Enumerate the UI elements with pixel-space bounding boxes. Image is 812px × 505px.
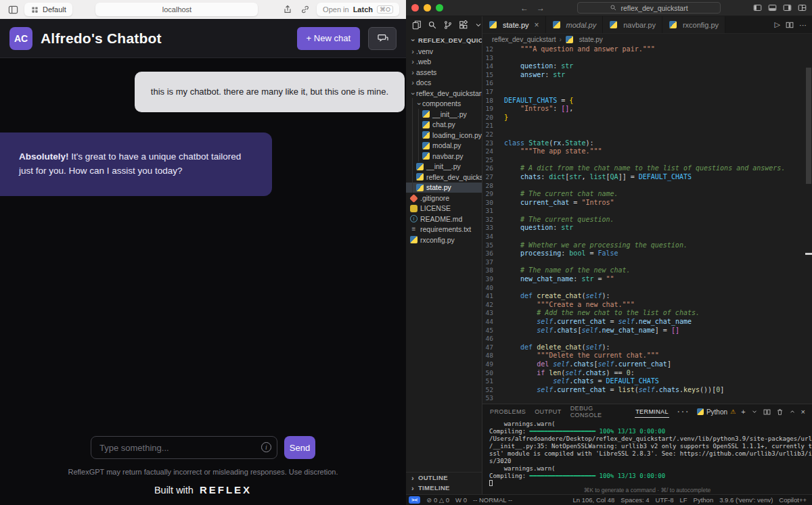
toggle-sidebar-icon[interactable] bbox=[753, 3, 762, 12]
terminal-line bbox=[489, 480, 812, 487]
breadcrumb-item[interactable]: state.py bbox=[579, 36, 603, 43]
editor-scrollbar[interactable] bbox=[805, 45, 812, 404]
code-line: 16 bbox=[482, 79, 812, 88]
python-file-icon bbox=[610, 21, 617, 28]
forward-button[interactable]: → bbox=[537, 3, 545, 13]
kill-terminal-icon[interactable] bbox=[776, 408, 784, 416]
copy-link-icon[interactable] bbox=[299, 3, 311, 16]
tree-item-gitignore[interactable]: .gitignore bbox=[406, 193, 482, 203]
tab-modal-py[interactable]: modal.py bbox=[546, 16, 604, 33]
w-indicator[interactable]: W 0 bbox=[455, 496, 467, 504]
tree-item-navbar-py[interactable]: navbar.py bbox=[406, 151, 482, 162]
terminal-line: s/3020 bbox=[489, 458, 812, 465]
scrollbar-marker bbox=[805, 253, 812, 255]
tree-item-loading-icon-py[interactable]: loading_icon.py bbox=[406, 130, 482, 141]
tree-item-docs[interactable]: ›docs bbox=[406, 78, 482, 89]
language-mode[interactable]: Python bbox=[694, 496, 714, 504]
open-in-latch-button[interactable]: Open in Latch ⌘O bbox=[317, 3, 399, 16]
sidebar-section-outline[interactable]: ›OUTLINE bbox=[406, 473, 482, 483]
tree-item-venv[interactable]: ›.venv bbox=[406, 46, 482, 57]
sidebar-bottom-sections: ›OUTLINE›TIMELINE bbox=[406, 472, 482, 494]
tabs: state.py×modal.pynavbar.pyrxconfig.py bbox=[482, 16, 725, 33]
built-with-reflex-link[interactable]: Built with REFLEX bbox=[0, 484, 406, 496]
panel-tab-debug-console[interactable]: DEBUG CONSOLE bbox=[570, 403, 628, 420]
chat-input-row: i Send bbox=[0, 436, 406, 459]
tree-item-reflex-dev-quickstart[interactable]: ›reflex_dev_quickstart bbox=[406, 88, 482, 99]
explorer-icon[interactable] bbox=[412, 20, 422, 30]
source-control-icon[interactable] bbox=[443, 20, 453, 30]
tree-item-rxconfig-py[interactable]: rxconfig.py bbox=[406, 235, 482, 245]
chatbot-app: AC Alfredo's Chatbot + New chat this is … bbox=[0, 19, 406, 505]
tree-item-modal-py[interactable]: modal.py bbox=[406, 141, 482, 151]
tree-item-init-py[interactable]: __init__.py bbox=[406, 162, 482, 172]
explorer-title: REFLEX_DEV_QUICKSTA... bbox=[418, 37, 482, 44]
maximize-panel-icon[interactable] bbox=[789, 408, 796, 415]
tree-item-state-py[interactable]: state.py bbox=[406, 183, 482, 193]
tree-item-reflex-dev-quickst[interactable]: reflex_dev_quickst... bbox=[406, 172, 482, 183]
extensions-icon[interactable] bbox=[459, 20, 468, 30]
panel-more-actions-icon[interactable]: ··· bbox=[677, 406, 690, 418]
code-line: 43 # Add the new chat to the list of cha… bbox=[482, 309, 812, 318]
panel-tab-output[interactable]: OUTPUT bbox=[534, 406, 562, 417]
code-editor[interactable]: 12 """A question and answer pair."""1314… bbox=[482, 45, 812, 404]
copilot-status[interactable]: Copilot++ bbox=[779, 496, 807, 504]
python-file-icon bbox=[416, 184, 424, 191]
panel-tab-problems[interactable]: PROBLEMS bbox=[489, 406, 526, 417]
customize-layout-icon[interactable] bbox=[798, 3, 807, 12]
terminal-output[interactable]: warnings.warn(Compiling: ━━━━━━━━━━━━━━━… bbox=[482, 419, 812, 487]
python-interpreter[interactable]: 3.9.6 ('venv': venv) bbox=[719, 496, 773, 504]
terminal-dropdown-icon[interactable] bbox=[751, 408, 758, 415]
cursor-position[interactable]: Ln 106, Col 48 bbox=[573, 496, 615, 504]
remote-indicator[interactable]: >< bbox=[409, 496, 420, 504]
encoding[interactable]: UTF-8 bbox=[656, 496, 674, 504]
chevron-down-icon[interactable] bbox=[474, 21, 482, 29]
chat-input[interactable] bbox=[91, 436, 277, 459]
tree-item-readme-md[interactable]: iREADME.md bbox=[406, 214, 482, 224]
chat-bubbles-icon bbox=[377, 33, 388, 43]
tab-navbar-py[interactable]: navbar.py bbox=[603, 16, 662, 33]
scrollbar-thumb[interactable] bbox=[806, 68, 811, 184]
tree-item-init-py[interactable]: __init__.py bbox=[406, 109, 482, 120]
panel-tab-bar: PROBLEMSOUTPUTDEBUG CONSOLETERMINAL bbox=[489, 403, 669, 420]
close-tab-icon[interactable]: × bbox=[535, 20, 539, 30]
vim-mode-indicator[interactable]: -- NORMAL -- bbox=[473, 496, 512, 504]
editor-more-actions-icon[interactable]: ··· bbox=[799, 21, 807, 29]
share-icon[interactable] bbox=[281, 3, 294, 16]
split-terminal-icon[interactable] bbox=[763, 408, 771, 416]
search-view-icon[interactable] bbox=[428, 20, 437, 30]
profile-button[interactable]: Default bbox=[24, 3, 72, 16]
breadcrumb-item[interactable]: reflex_dev_quickstart bbox=[492, 36, 556, 43]
toggle-secondary-sidebar-icon[interactable] bbox=[783, 3, 792, 12]
problems-indicator[interactable]: ⊘ 0 △ 0 bbox=[426, 496, 449, 504]
tree-item-requirements-txt[interactable]: ≡requirements.txt bbox=[406, 224, 482, 235]
tab-state-py[interactable]: state.py× bbox=[482, 16, 546, 33]
sidebar-toggle-icon[interactable] bbox=[7, 3, 19, 16]
indentation[interactable]: Spaces: 4 bbox=[621, 496, 649, 504]
send-button[interactable]: Send bbox=[284, 436, 315, 459]
tree-item-license[interactable]: LICENSE bbox=[406, 203, 482, 214]
explorer-section-header[interactable]: › REFLEX_DEV_QUICKSTA... bbox=[406, 34, 482, 46]
tree-item-components[interactable]: ›components bbox=[406, 99, 482, 110]
terminal-profile[interactable]: Python ⚠ bbox=[697, 408, 736, 416]
split-editor-icon[interactable] bbox=[786, 21, 794, 29]
toggle-panel-icon[interactable] bbox=[768, 3, 777, 12]
maximize-window-button[interactable] bbox=[436, 4, 443, 11]
minimize-window-button[interactable] bbox=[424, 4, 431, 11]
info-icon: i bbox=[261, 442, 271, 452]
back-button[interactable]: ← bbox=[520, 3, 528, 13]
eol-indicator[interactable]: LF bbox=[680, 496, 687, 504]
command-center[interactable]: reflex_dev_quickstart bbox=[577, 2, 721, 14]
url-bar[interactable]: localhost bbox=[95, 3, 258, 16]
sidebar-section-timeline[interactable]: ›TIMELINE bbox=[406, 483, 482, 493]
tree-item-web[interactable]: ›.web bbox=[406, 57, 482, 68]
panel-tab-terminal[interactable]: TERMINAL bbox=[635, 406, 669, 418]
chat-history-button[interactable] bbox=[368, 27, 397, 50]
tab-rxconfig-py[interactable]: rxconfig.py bbox=[662, 16, 725, 33]
run-python-file-icon[interactable]: ▷ bbox=[775, 20, 780, 29]
new-chat-button[interactable]: + New chat bbox=[297, 27, 360, 50]
close-panel-icon[interactable]: × bbox=[801, 408, 805, 416]
tree-item-assets[interactable]: ›assets bbox=[406, 67, 482, 78]
close-window-button[interactable] bbox=[411, 4, 419, 11]
tree-item-chat-py[interactable]: chat.py bbox=[406, 120, 482, 130]
new-terminal-icon[interactable]: + bbox=[741, 408, 745, 416]
